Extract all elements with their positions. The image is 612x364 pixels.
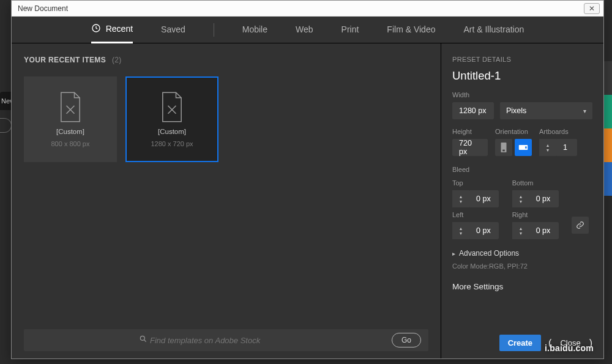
clock-icon <box>91 23 101 35</box>
orientation-landscape[interactable] <box>515 139 532 156</box>
color-mode-summary: Color Mode:RGB, PPI:72 <box>452 262 592 270</box>
artboards-value[interactable]: 1 <box>556 139 577 156</box>
units-value: Pixels <box>506 106 526 115</box>
svg-rect-3 <box>502 150 505 152</box>
advanced-options-toggle[interactable]: ▸ Advanced Options <box>452 249 592 258</box>
preset-thumb[interactable]: [Custom] 800 x 800 px <box>24 76 117 162</box>
titlebar: New Document ✕ <box>12 1 603 17</box>
bleed-bottom-label: Bottom <box>512 179 562 187</box>
bleed-grid: Top ▴▾0 px Bottom ▴▾0 px Left ▴▾0 px Rig… <box>452 179 592 239</box>
dialog-footer: Create ( Close ) <box>452 335 592 351</box>
tab-mobile[interactable]: Mobile <box>242 17 267 43</box>
category-tabs: Recent Saved Mobile Web Print Film & Vid… <box>12 17 603 43</box>
width-input[interactable]: 1280 px <box>452 102 494 119</box>
tab-recent[interactable]: Recent <box>91 17 133 43</box>
document-icon <box>57 91 84 123</box>
new-document-dialog: New Document ✕ Recent Saved Mobile Web P… <box>11 0 604 359</box>
preset-dims: 800 x 800 px <box>51 140 90 147</box>
main-area: YOUR RECENT ITEMS (2) [Custom] 800 x 800… <box>12 43 603 358</box>
chevron-right-icon: ▸ <box>452 250 455 257</box>
height-input[interactable]: 720 px <box>452 139 488 156</box>
tab-film-video[interactable]: Film & Video <box>387 17 435 43</box>
tab-divider <box>214 23 214 37</box>
bleed-top-label: Top <box>452 179 502 187</box>
bleed-top-input[interactable]: ▴▾0 px <box>452 190 502 207</box>
width-label: Width <box>452 91 592 98</box>
bleed-left-input[interactable]: ▴▾0 px <box>452 222 502 239</box>
preset-details-panel: PRESET DETAILS Untitled-1 Width 1280 px … <box>441 43 603 358</box>
bleed-label: Bleed <box>452 166 592 173</box>
units-select[interactable]: Pixels ▾ <box>500 102 592 119</box>
go-button[interactable]: Go <box>392 333 421 347</box>
height-label: Height <box>452 128 488 135</box>
bleed-right-label: Right <box>512 211 562 218</box>
bg-right-color-strips <box>604 61 612 196</box>
preset-title: [Custom] <box>158 128 186 135</box>
preset-thumbs: [Custom] 800 x 800 px [Custom] 1280 x 72… <box>24 76 428 162</box>
document-icon <box>159 91 185 123</box>
window-close-button[interactable]: ✕ <box>584 3 600 14</box>
orientation-portrait[interactable] <box>495 139 512 156</box>
tab-label: Recent <box>106 24 133 34</box>
paren-open: ( <box>548 338 551 349</box>
orientation-label: Orientation <box>495 128 532 135</box>
tab-art-illustration[interactable]: Art & Illustration <box>463 17 524 43</box>
search-icon <box>139 335 147 346</box>
stock-search-input[interactable] <box>150 336 392 345</box>
recent-items-label: YOUR RECENT ITEMS <box>24 56 106 64</box>
tab-saved[interactable]: Saved <box>161 17 185 43</box>
recent-items-count: (2) <box>112 56 122 64</box>
bleed-left-label: Left <box>452 211 502 218</box>
tab-print[interactable]: Print <box>341 17 359 43</box>
svg-point-1 <box>140 336 144 340</box>
orientation-toggle <box>495 139 532 156</box>
create-button[interactable]: Create <box>499 335 541 351</box>
bg-loading-arc <box>0 118 12 133</box>
advanced-options-label: Advanced Options <box>459 249 519 258</box>
artboards-stepper[interactable]: ▴▾ 1 <box>539 139 577 156</box>
preset-title: [Custom] <box>56 128 84 135</box>
window-title: New Document <box>18 4 584 13</box>
close-button[interactable]: Close <box>559 336 581 350</box>
paren-close: ) <box>589 338 592 349</box>
preset-thumb[interactable]: [Custom] 1280 x 720 px <box>125 76 218 162</box>
bleed-right-input[interactable]: ▴▾0 px <box>512 222 562 239</box>
document-name[interactable]: Untitled-1 <box>452 69 592 83</box>
link-bleed-icon[interactable] <box>572 217 589 234</box>
bg-app-tab: Nev <box>0 92 11 110</box>
recent-items-header: YOUR RECENT ITEMS (2) <box>24 56 428 64</box>
more-settings-link[interactable]: More Settings <box>452 282 592 291</box>
bleed-bottom-input[interactable]: ▴▾0 px <box>512 190 562 207</box>
svg-rect-5 <box>525 146 526 148</box>
preset-details-title: PRESET DETAILS <box>452 56 592 63</box>
stock-search-bar: Go <box>24 329 428 351</box>
preset-dims: 1280 x 720 px <box>151 140 193 147</box>
dialog-content: Recent Saved Mobile Web Print Film & Vid… <box>12 17 603 358</box>
presets-panel: YOUR RECENT ITEMS (2) [Custom] 800 x 800… <box>12 43 441 358</box>
tab-web[interactable]: Web <box>296 17 313 43</box>
chevron-down-icon: ▾ <box>583 108 586 114</box>
artboards-label: Artboards <box>539 128 577 135</box>
